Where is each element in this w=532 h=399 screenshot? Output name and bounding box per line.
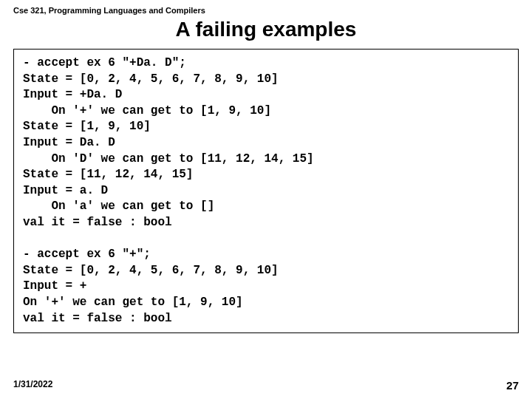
slide-title: A failing examples — [13, 18, 519, 41]
course-header: Cse 321, Programming Languages and Compi… — [13, 6, 519, 15]
code-line: State = [1, 9, 10] — [23, 120, 151, 133]
page-number: 27 — [506, 379, 519, 392]
code-line: - accept ex 6 "+"; — [23, 248, 151, 261]
code-line: Input = Da. D — [23, 136, 115, 149]
code-line: val it = false : bool — [23, 312, 172, 325]
footer-date: 1/31/2022 — [13, 379, 52, 392]
code-line: On '+' we can get to [1, 9, 10] — [23, 296, 243, 309]
code-line: Input = +Da. D — [23, 88, 122, 101]
footer: 1/31/2022 27 — [13, 379, 519, 392]
code-line: State = [11, 12, 14, 15] — [23, 168, 193, 181]
code-block: - accept ex 6 "+Da. D"; State = [0, 2, 4… — [13, 49, 519, 333]
code-line: On 'D' we can get to [11, 12, 14, 15] — [23, 152, 314, 166]
code-line: State = [0, 2, 4, 5, 6, 7, 8, 9, 10] — [23, 72, 279, 86]
code-line: - accept ex 6 "+Da. D"; — [23, 56, 186, 69]
code-line: On 'a' we can get to [] — [23, 200, 214, 213]
code-line: Input = + — [23, 279, 86, 293]
code-line: Input = a. D — [23, 184, 108, 197]
code-line: On '+' we can get to [1, 9, 10] — [23, 104, 271, 117]
code-line: val it = false : bool — [23, 216, 172, 229]
code-line: State = [0, 2, 4, 5, 6, 7, 8, 9, 10] — [23, 264, 279, 277]
